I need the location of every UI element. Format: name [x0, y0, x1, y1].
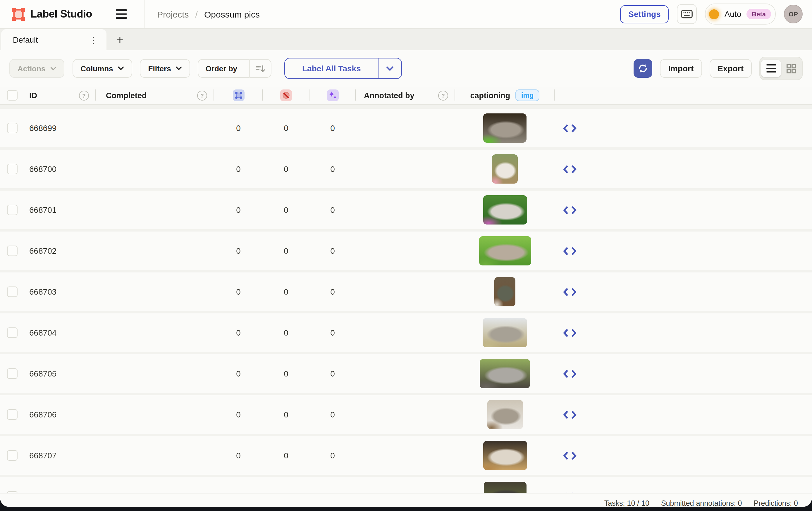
- task-id: 668703: [29, 287, 56, 296]
- add-tab-button[interactable]: +: [111, 31, 129, 49]
- label-all-tasks-dropdown[interactable]: [378, 58, 401, 78]
- table-row[interactable]: 668702 0 0 0: [0, 232, 812, 270]
- task-image-thumbnail[interactable]: [483, 318, 527, 347]
- column-header-annotations[interactable]: [214, 87, 263, 104]
- select-all-checkbox[interactable]: [7, 90, 18, 100]
- row-checkbox[interactable]: [7, 164, 18, 174]
- columns-button[interactable]: Columns: [72, 59, 132, 78]
- row-checkbox[interactable]: [7, 450, 18, 461]
- predictions-count: 0: [310, 395, 356, 434]
- completed-cell: [96, 436, 214, 475]
- auto-toggle[interactable]: Auto Beta: [705, 3, 776, 25]
- tab-options-kebab-icon[interactable]: ⋮: [86, 34, 100, 46]
- show-source-icon[interactable]: [563, 410, 577, 419]
- task-image-thumbnail[interactable]: [484, 482, 526, 493]
- column-header-cancelled[interactable]: [263, 87, 310, 104]
- breadcrumb-current-project: Opossum pics: [204, 9, 260, 19]
- show-source-icon[interactable]: [563, 288, 577, 296]
- row-checkbox[interactable]: [7, 327, 18, 338]
- table-row[interactable]: 668699 0 0 0: [0, 109, 812, 147]
- annotated-by-cell: [356, 477, 455, 493]
- task-image-thumbnail[interactable]: [483, 441, 527, 470]
- sort-order-icon[interactable]: [249, 59, 270, 78]
- task-image-thumbnail[interactable]: [492, 154, 518, 184]
- header-divider: [144, 0, 144, 28]
- annotations-count: [214, 477, 263, 493]
- row-checkbox[interactable]: [7, 368, 18, 379]
- id-help-icon[interactable]: ?: [79, 90, 89, 100]
- table-row[interactable]: [0, 477, 812, 493]
- predictions-chip: [327, 89, 339, 101]
- breadcrumb: Projects / Opossum pics: [157, 9, 260, 19]
- show-source-icon[interactable]: [563, 246, 577, 255]
- row-checkbox[interactable]: [7, 246, 18, 256]
- cancelled-count: 0: [263, 354, 310, 393]
- source-cell: [555, 313, 812, 352]
- column-header-predictions[interactable]: [310, 87, 356, 104]
- show-source-icon[interactable]: [563, 451, 577, 460]
- row-checkbox[interactable]: [7, 205, 18, 215]
- row-select-cell: [0, 477, 23, 493]
- header-actions: Settings Auto Beta OP: [620, 3, 812, 25]
- show-source-icon[interactable]: [563, 206, 577, 214]
- table-row[interactable]: 668704 0 0 0: [0, 313, 812, 352]
- column-header-annotated-by[interactable]: Annotated by ?: [356, 87, 455, 104]
- column-header-captioning[interactable]: captioning img: [455, 87, 555, 104]
- column-header-completed[interactable]: Completed ?: [96, 87, 214, 104]
- order-by-button[interactable]: Order by: [198, 59, 271, 78]
- export-button[interactable]: Export: [709, 59, 752, 78]
- actions-button[interactable]: Actions: [9, 59, 64, 78]
- annotations-count: 0: [214, 313, 263, 352]
- show-source-icon[interactable]: [563, 369, 577, 378]
- task-image-thumbnail[interactable]: [483, 195, 527, 224]
- table-row[interactable]: 668700 0 0 0: [0, 150, 812, 188]
- thumb-cell: [455, 232, 555, 270]
- task-image-thumbnail[interactable]: [479, 236, 531, 265]
- filters-button[interactable]: Filters: [140, 59, 191, 78]
- keyboard-shortcuts-button[interactable]: [677, 4, 697, 24]
- chevron-down-icon: [50, 66, 56, 70]
- task-image-thumbnail[interactable]: [494, 277, 515, 306]
- column-header-id[interactable]: ID ?: [23, 87, 96, 104]
- list-view-icon: [766, 64, 776, 72]
- annotations-count: 0: [214, 354, 263, 393]
- task-image-thumbnail[interactable]: [480, 359, 530, 388]
- select-all-cell: [0, 87, 23, 104]
- task-image-thumbnail[interactable]: [487, 400, 523, 429]
- settings-button[interactable]: Settings: [620, 5, 669, 23]
- task-image-thumbnail[interactable]: [483, 114, 526, 143]
- no-entry-icon: [281, 91, 291, 100]
- row-checkbox[interactable]: [7, 123, 18, 133]
- label-all-tasks-button[interactable]: Label All Tasks: [285, 58, 378, 78]
- breadcrumb-projects-link[interactable]: Projects: [157, 9, 188, 19]
- list-view-button[interactable]: [761, 60, 781, 77]
- completed-help-icon[interactable]: ?: [197, 90, 207, 100]
- brand[interactable]: Label Studio: [0, 7, 92, 21]
- completed-cell: [96, 395, 214, 434]
- user-avatar[interactable]: OP: [784, 5, 803, 23]
- annotations-count: 0: [214, 436, 263, 475]
- beta-badge: Beta: [747, 9, 771, 19]
- table-row[interactable]: 668703 0 0 0: [0, 272, 812, 311]
- table-row[interactable]: 668705 0 0 0: [0, 354, 812, 393]
- show-source-icon[interactable]: [563, 164, 577, 173]
- import-button[interactable]: Import: [660, 59, 702, 78]
- refresh-button[interactable]: [634, 59, 652, 78]
- tab-default[interactable]: Default ⋮: [1, 29, 107, 50]
- table-row[interactable]: 668701 0 0 0: [0, 190, 812, 229]
- cancelled-count: 0: [263, 395, 310, 434]
- row-checkbox[interactable]: [7, 287, 18, 297]
- annotated-by-help-icon[interactable]: ?: [438, 90, 448, 100]
- tab-label: Default: [13, 35, 38, 44]
- annotations-count: 0: [214, 109, 263, 147]
- row-checkbox[interactable]: [7, 409, 18, 420]
- table-row[interactable]: 668706 0 0 0: [0, 395, 812, 434]
- predictions-count: 0: [310, 190, 356, 229]
- hamburger-menu-icon[interactable]: [116, 5, 133, 23]
- grid-view-button[interactable]: [781, 60, 801, 77]
- table-row[interactable]: 668707 0 0 0: [0, 436, 812, 475]
- show-source-icon[interactable]: [563, 328, 577, 337]
- columns-label: Columns: [81, 64, 113, 73]
- cancelled-count: 0: [263, 190, 310, 229]
- show-source-icon[interactable]: [563, 124, 577, 132]
